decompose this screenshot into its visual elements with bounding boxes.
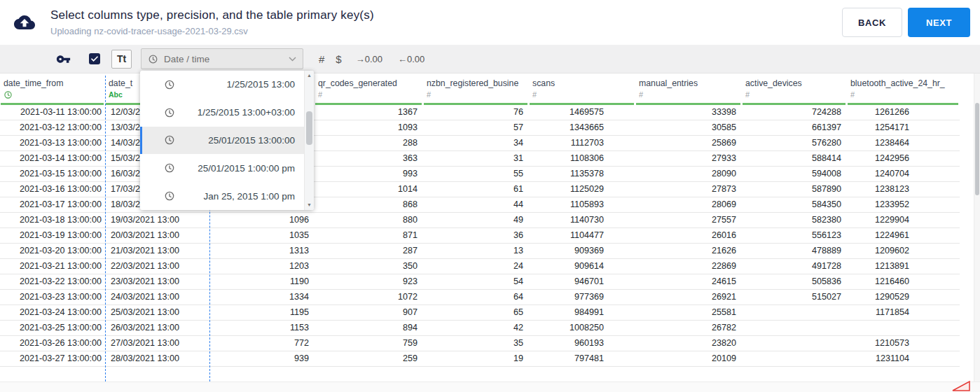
scroll-down-icon[interactable]: ▼ — [307, 202, 312, 209]
dropdown-scrollbar[interactable]: ▲ ▼ — [304, 71, 314, 210]
column-header-qr_codes_generated[interactable]: qr_codes_generated# — [315, 74, 423, 105]
table-cell: 1238123 — [847, 182, 960, 197]
table-cell: 909369 — [529, 244, 635, 259]
table-cell: 21626 — [635, 244, 742, 259]
table-cell: 584350 — [742, 197, 847, 213]
table-cell: 26921 — [635, 290, 742, 305]
date-format-option[interactable]: Jan 25, 2015 1:00 pm — [140, 182, 304, 210]
table-row: 2021-03-23 13:00:0024/03/2021 13:0013341… — [0, 290, 960, 305]
table-cell: 2021-03-27 13:00:00 — [0, 351, 105, 367]
table-cell: 1125029 — [529, 182, 635, 197]
table-cell: 1014 — [315, 182, 423, 197]
column-quality-bar — [424, 103, 527, 105]
table-cell: 1233952 — [847, 197, 960, 213]
table-cell: 1104477 — [529, 228, 635, 244]
table-cell: 1140730 — [529, 213, 635, 228]
date-format-label: 1/25/2015 13:00+03:00 — [198, 107, 295, 118]
table-cell: 27933 — [635, 151, 742, 167]
table-cell: 22/03/2021 13:00 — [105, 259, 209, 274]
table-cell: 24/03/2021 13:00 — [105, 290, 209, 305]
column-header-nzbn_registered_busine[interactable]: nzbn_registered_busine# — [423, 74, 529, 105]
table-cell: 2021-03-24 13:00:00 — [0, 305, 105, 321]
table-cell: 20/03/2021 13:00 — [105, 228, 209, 244]
table-cell: 2021-03-25 13:00:00 — [0, 321, 105, 336]
table-cell: 1171854 — [847, 305, 960, 321]
table-cell: 868 — [315, 197, 423, 213]
table-cell: 1334 — [209, 290, 315, 305]
date-format-option[interactable]: 25/01/2015 13:00:00 — [140, 127, 304, 155]
currency-type-button[interactable]: $ — [336, 53, 341, 65]
table-cell: 1153 — [209, 321, 315, 336]
table-row: 2021-03-21 13:00:0022/03/2021 13:0012033… — [0, 259, 960, 274]
table-cell: 582380 — [742, 213, 847, 228]
scroll-up-icon[interactable]: ▲ — [307, 72, 312, 79]
table-cell: 25869 — [635, 136, 742, 151]
column-header-manual_entries[interactable]: manual_entries# — [635, 74, 742, 105]
next-button[interactable]: NEXT — [908, 8, 970, 37]
decrease-decimal-button[interactable]: ←0.00 — [398, 54, 425, 64]
clock-icon — [164, 190, 175, 202]
table-cell: 35 — [423, 336, 529, 351]
vertical-scrollbar-thumb[interactable] — [975, 103, 979, 195]
column-quality-bar — [848, 103, 958, 105]
table-cell: 57 — [423, 120, 529, 136]
column-name: bluetooth_active_24_hr_ — [850, 78, 957, 88]
table-cell: 907 — [315, 305, 423, 321]
increase-decimal-button[interactable]: →0.00 — [356, 54, 382, 64]
table-cell: 33398 — [635, 105, 742, 120]
table-cell: 1229904 — [847, 213, 960, 228]
table-cell: 759 — [315, 336, 423, 351]
header-actions: BACK NEXT — [842, 8, 970, 37]
date-format-option[interactable]: 1/25/2015 13:00+03:00 — [140, 99, 304, 127]
table-cell: 26016 — [635, 228, 742, 244]
table-cell — [742, 336, 847, 351]
vertical-scrollbar[interactable] — [974, 74, 980, 382]
upload-status-text: Uploading nz-covid-tracer-usage-2021-03-… — [50, 26, 374, 36]
table-cell: 1105893 — [529, 197, 635, 213]
date-format-label: 25/01/2015 1:00:00 pm — [198, 163, 295, 174]
date-format-option[interactable]: 25/01/2015 1:00:00 pm — [140, 154, 304, 182]
date-format-option[interactable]: 1/25/2015 13:00 — [140, 71, 304, 99]
column-type: # — [639, 90, 739, 100]
column-header-bluetooth_active_24_hr_[interactable]: bluetooth_active_24_hr_# — [847, 74, 960, 105]
table-cell: 960193 — [529, 336, 635, 351]
table-cell: 2021-03-17 13:00:00 — [0, 197, 105, 213]
column-type: # — [532, 90, 633, 100]
table-cell: 2021-03-18 13:00:00 — [0, 213, 105, 228]
column-type: # — [850, 90, 957, 100]
table-cell: 2021-03-12 13:00:00 — [0, 120, 105, 136]
text-type-button[interactable]: Tt — [111, 50, 132, 69]
table-cell: 587890 — [742, 182, 847, 197]
dropdown-scrollbar-track[interactable] — [305, 79, 314, 202]
table-cell: 946701 — [529, 274, 635, 290]
column-header-active_devices[interactable]: active_devices# — [742, 74, 847, 105]
column-header-scans[interactable]: scans# — [529, 74, 635, 105]
table-cell: 42 — [423, 321, 529, 336]
table-cell: 2021-03-16 13:00:00 — [0, 182, 105, 197]
horizontal-scrollbar[interactable] — [0, 382, 980, 392]
table-cell — [742, 351, 847, 367]
column-type: # — [745, 90, 844, 100]
table-cell: 1209602 — [847, 244, 960, 259]
table-cell — [742, 321, 847, 336]
dropdown-scrollbar-thumb[interactable] — [306, 111, 312, 145]
table-cell: 20109 — [635, 351, 742, 367]
table-cell: 661397 — [742, 120, 847, 136]
primary-key-icon[interactable] — [56, 52, 71, 66]
table-cell: 24 — [423, 259, 529, 274]
table-cell: 1035 — [209, 228, 315, 244]
table-cell: 2021-03-20 13:00:00 — [0, 244, 105, 259]
table-cell: 2021-03-26 13:00:00 — [0, 336, 105, 351]
table-cell: 1254171 — [847, 120, 960, 136]
column-quality-bar — [1, 103, 104, 105]
back-button[interactable]: BACK — [842, 8, 902, 37]
table-cell: 65 — [423, 305, 529, 321]
include-column-checkbox[interactable] — [89, 53, 100, 64]
table-cell: 28069 — [635, 197, 742, 213]
number-type-button[interactable]: # — [319, 53, 324, 65]
table-cell: 64 — [423, 290, 529, 305]
column-type-select[interactable]: Date / time — [141, 48, 303, 69]
column-header-date_time_from[interactable]: date_time_from — [0, 74, 105, 105]
table-cell: 1112703 — [529, 136, 635, 151]
table-cell: 880 — [315, 213, 423, 228]
